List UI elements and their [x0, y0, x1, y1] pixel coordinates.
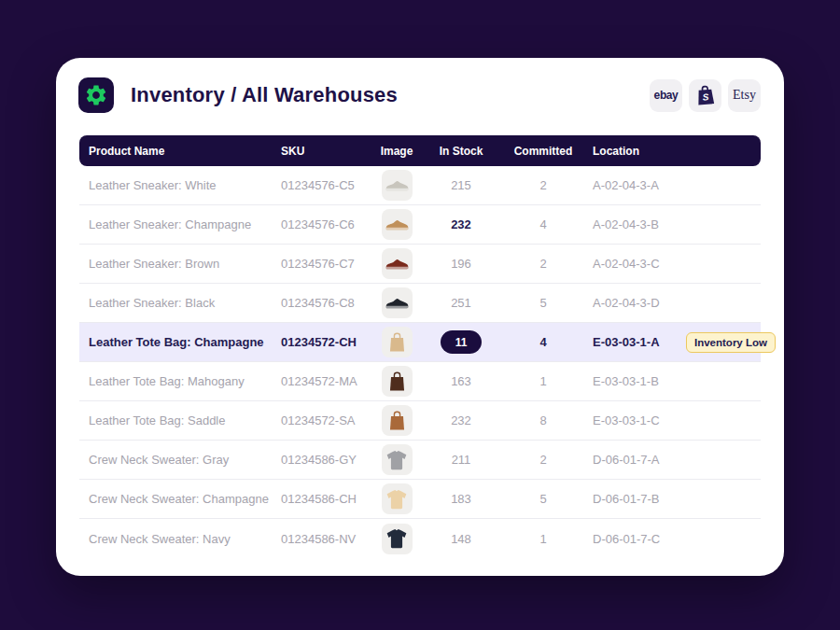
committed-value: 1: [503, 374, 583, 388]
product-image-cell: [374, 483, 419, 514]
page-title: Inventory / All Warehouses: [131, 83, 398, 107]
product-sku: 01234576-C8: [281, 296, 374, 310]
location-value: D-06-01-7-A: [583, 453, 686, 467]
product-image-cell: [374, 287, 419, 318]
stock-count: 211: [452, 453, 471, 467]
table-row[interactable]: Leather Sneaker: White 01234576-C5 215 2…: [79, 166, 761, 205]
in-stock-value: 232: [419, 413, 503, 427]
row-badge-cell: Inventory Low: [686, 332, 787, 353]
product-name: Leather Sneaker: White: [79, 178, 281, 192]
product-thumbnail: [382, 170, 413, 201]
col-product-name: Product Name: [79, 145, 281, 158]
stock-count: 148: [451, 532, 471, 546]
table-row[interactable]: Leather Sneaker: Black 01234576-C8 251 5…: [79, 284, 761, 323]
table-row[interactable]: Crew Neck Sweater: Champagne 01234586-CH…: [79, 480, 761, 519]
product-sku: 01234572-CH: [281, 335, 374, 349]
committed-value: 4: [503, 217, 583, 231]
ebay-logo: ebay: [654, 89, 679, 102]
stock-count: 183: [451, 492, 471, 506]
product-name: Leather Sneaker: Brown: [79, 257, 281, 271]
table-row[interactable]: Leather Sneaker: Champagne 01234576-C6 2…: [79, 205, 761, 245]
committed-value: 5: [503, 492, 583, 506]
app-logo[interactable]: [78, 77, 114, 113]
product-sku: 01234576-C6: [281, 217, 374, 231]
sweater-icon: [385, 449, 409, 471]
stock-count: 215: [451, 178, 471, 192]
table-row[interactable]: Leather Sneaker: Brown 01234576-C7 196 2…: [79, 245, 761, 284]
location-value: E-03-03-1-C: [583, 413, 686, 427]
committed-value: 2: [503, 178, 583, 192]
product-sku: 01234586-GY: [281, 453, 374, 467]
in-stock-value: 163: [419, 374, 503, 388]
product-name: Leather Tote Bag: Mahogany: [79, 374, 281, 388]
col-committed: Committed: [503, 145, 583, 158]
location-value: A-02-04-3-A: [583, 178, 686, 192]
shopify-chip[interactable]: S: [689, 79, 721, 112]
committed-value: 4: [503, 335, 583, 349]
low-stock-pill: 11: [441, 330, 482, 354]
product-image-cell: [374, 366, 419, 397]
location-value: A-02-04-3-D: [583, 296, 686, 310]
inventory-card: Inventory / All Warehouses ebay S Etsy: [56, 58, 784, 576]
col-location: Location: [583, 145, 686, 158]
table-body: Leather Sneaker: White 01234576-C5 215 2…: [79, 166, 761, 558]
table-row[interactable]: Leather Tote Bag: Champagne 01234572-CH …: [79, 323, 761, 362]
tote-bag-icon: [387, 409, 407, 432]
inventory-table: Product Name SKU Image In Stock Committe…: [79, 135, 761, 558]
product-thumbnail: [382, 366, 413, 397]
product-image-cell: [374, 444, 419, 475]
gear-icon: [84, 83, 108, 107]
col-sku: SKU: [281, 145, 374, 158]
committed-value: 2: [503, 257, 583, 271]
product-image-cell: [374, 405, 419, 436]
svg-text:S: S: [702, 91, 709, 103]
table-row[interactable]: Leather Tote Bag: Mahogany 01234572-MA 1…: [79, 362, 761, 401]
stock-count: 163: [451, 374, 471, 388]
product-thumbnail: [382, 209, 413, 240]
sneaker-icon: [385, 295, 410, 311]
committed-value: 2: [503, 453, 583, 467]
in-stock-value: 11: [419, 330, 503, 354]
product-sku: 01234586-NV: [281, 532, 374, 546]
location-value: D-06-01-7-C: [583, 532, 686, 546]
product-thumbnail: [382, 405, 413, 436]
product-sku: 01234572-MA: [281, 374, 374, 388]
product-image-cell: [374, 524, 419, 554]
product-thumbnail: [382, 248, 413, 279]
etsy-chip[interactable]: Etsy: [728, 79, 761, 112]
product-image-cell: [374, 327, 419, 357]
in-stock-value: 148: [419, 532, 503, 546]
inventory-low-badge: Inventory Low: [686, 332, 776, 353]
product-sku: 01234576-C5: [281, 178, 374, 192]
location-value: A-02-04-3-C: [583, 257, 686, 271]
product-thumbnail: [382, 327, 413, 357]
product-thumbnail: [382, 444, 413, 475]
product-sku: 01234586-CH: [281, 492, 374, 506]
in-stock-value: 196: [419, 257, 503, 271]
tote-bag-icon: [387, 370, 407, 393]
stock-count: 232: [451, 217, 471, 231]
sweater-icon: [385, 488, 409, 511]
ebay-chip[interactable]: ebay: [650, 79, 682, 112]
sweater-icon: [385, 527, 409, 550]
stock-count: 251: [451, 296, 471, 310]
in-stock-value: 183: [419, 492, 503, 506]
product-name: Crew Neck Sweater: Gray: [79, 453, 281, 467]
product-thumbnail: [382, 524, 413, 554]
shopify-bag-icon: S: [694, 83, 717, 107]
product-name: Leather Tote Bag: Saddle: [79, 413, 281, 427]
table-row[interactable]: Crew Neck Sweater: Gray 01234586-GY 211 …: [79, 441, 761, 480]
table-header: Product Name SKU Image In Stock Committe…: [79, 135, 761, 166]
sneaker-icon: [385, 256, 410, 272]
location-value: E-03-03-1-A: [583, 335, 686, 349]
table-row[interactable]: Leather Tote Bag: Saddle 01234572-SA 232…: [79, 401, 761, 441]
in-stock-value: 211: [419, 453, 503, 467]
committed-value: 8: [503, 413, 583, 427]
product-name: Leather Sneaker: Champagne: [79, 217, 281, 231]
col-in-stock: In Stock: [419, 145, 503, 158]
table-row[interactable]: Crew Neck Sweater: Navy 01234586-NV 148 …: [79, 519, 761, 558]
product-name: Leather Sneaker: Black: [79, 296, 281, 310]
product-thumbnail: [382, 483, 413, 514]
marketplace-chips: ebay S Etsy: [650, 79, 761, 112]
in-stock-value: 232: [419, 217, 503, 231]
